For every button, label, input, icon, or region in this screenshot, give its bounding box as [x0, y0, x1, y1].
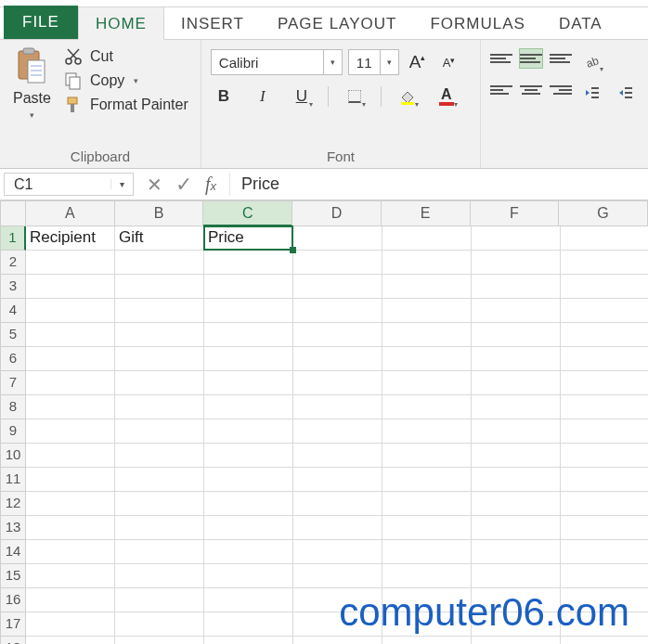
cell-F8[interactable] [472, 395, 561, 419]
cell-E3[interactable] [382, 275, 472, 299]
cell-A3[interactable] [26, 275, 115, 299]
row-header-5[interactable]: 5 [0, 323, 26, 347]
cell-G2[interactable] [561, 251, 648, 275]
row-header-11[interactable]: 11 [0, 468, 26, 492]
cell-A16[interactable] [26, 588, 115, 612]
cell-C4[interactable] [204, 299, 293, 323]
cell-F13[interactable] [472, 516, 561, 540]
cell-F9[interactable] [472, 419, 561, 444]
cell-F6[interactable] [472, 347, 561, 371]
cell-F12[interactable] [472, 492, 561, 516]
cell-E7[interactable] [382, 371, 472, 395]
tab-data[interactable]: DATA [542, 7, 619, 39]
cell-E11[interactable] [382, 468, 472, 492]
cell-F14[interactable] [472, 540, 561, 564]
cell-C16[interactable] [204, 588, 293, 612]
bold-button[interactable]: B [211, 84, 237, 109]
cell-A7[interactable] [26, 371, 115, 395]
cell-G15[interactable] [561, 564, 648, 588]
cell-D1[interactable] [293, 226, 382, 251]
grow-font-button[interactable]: A▴ [405, 50, 431, 74]
cell-G4[interactable] [561, 299, 648, 323]
row-header-6[interactable]: 6 [0, 347, 26, 371]
cell-G8[interactable] [561, 395, 648, 419]
cell-B16[interactable] [115, 588, 204, 612]
tab-page-layout[interactable]: PAGE LAYOUT [261, 7, 413, 39]
cell-B4[interactable] [115, 299, 204, 323]
cell-B1[interactable]: Gift [115, 226, 204, 251]
cell-C9[interactable] [204, 419, 293, 444]
row-header-15[interactable]: 15 [0, 564, 26, 588]
cell-A2[interactable] [26, 251, 115, 275]
name-box[interactable]: C1 ▾ [4, 173, 134, 196]
row-header-18[interactable]: 18 [0, 637, 26, 644]
italic-button[interactable]: I [250, 84, 276, 109]
cell-E5[interactable] [382, 323, 472, 347]
cell-A13[interactable] [26, 516, 115, 540]
align-middle-button[interactable] [520, 49, 542, 68]
cell-A5[interactable] [26, 323, 115, 347]
cell-D12[interactable] [293, 492, 382, 516]
cell-D9[interactable] [293, 419, 382, 444]
cell-G12[interactable] [561, 492, 648, 516]
cell-E14[interactable] [382, 540, 472, 564]
border-button[interactable] [342, 84, 368, 109]
cell-E4[interactable] [382, 299, 472, 323]
cell-B13[interactable] [115, 516, 204, 540]
fill-color-button[interactable] [395, 84, 421, 109]
cell-F2[interactable] [472, 251, 561, 275]
cell-B7[interactable] [115, 371, 204, 395]
tab-home[interactable]: HOME [78, 6, 164, 40]
cell-B15[interactable] [115, 564, 204, 588]
cell-D15[interactable] [293, 564, 382, 588]
increase-indent-button[interactable] [613, 81, 639, 105]
cell-A11[interactable] [26, 468, 115, 492]
cell-A9[interactable] [26, 419, 115, 444]
cell-A12[interactable] [26, 492, 115, 516]
cell-C13[interactable] [204, 516, 293, 540]
cell-F15[interactable] [472, 564, 561, 588]
cell-G13[interactable] [561, 516, 648, 540]
cell-B14[interactable] [115, 540, 204, 564]
cell-F5[interactable] [472, 323, 561, 347]
cell-D18[interactable] [293, 637, 382, 644]
cell-B12[interactable] [115, 492, 204, 516]
cell-E9[interactable] [382, 419, 472, 444]
column-header-F[interactable]: F [471, 200, 560, 226]
cell-C5[interactable] [204, 323, 293, 347]
row-header-10[interactable]: 10 [0, 444, 26, 468]
cell-A4[interactable] [26, 299, 115, 323]
tab-file[interactable]: FILE [4, 6, 78, 39]
cell-E15[interactable] [382, 564, 472, 588]
cell-C2[interactable] [204, 251, 293, 275]
column-header-D[interactable]: D [292, 200, 382, 226]
paste-button[interactable]: Paste ▾ [9, 45, 55, 122]
row-header-1[interactable]: 1 [0, 226, 26, 251]
cell-B11[interactable] [115, 468, 204, 492]
cell-D10[interactable] [293, 444, 382, 468]
cell-A14[interactable] [26, 540, 115, 564]
cell-F18[interactable] [472, 637, 561, 644]
cell-E2[interactable] [382, 251, 472, 275]
cell-F4[interactable] [472, 299, 561, 323]
row-header-9[interactable]: 9 [0, 419, 26, 444]
font-size-combo[interactable]: 11 ▾ [348, 49, 399, 75]
enter-formula-button[interactable]: ✓ [175, 173, 192, 197]
cell-B9[interactable] [115, 419, 204, 444]
cell-G14[interactable] [561, 540, 648, 564]
row-header-12[interactable]: 12 [0, 492, 26, 516]
row-header-17[interactable]: 17 [0, 612, 26, 637]
cell-E18[interactable] [382, 637, 472, 644]
cell-D7[interactable] [293, 371, 382, 395]
cell-G7[interactable] [561, 371, 648, 395]
cell-A1[interactable]: Recipient [26, 226, 115, 251]
cell-E1[interactable] [382, 226, 472, 251]
cell-G6[interactable] [561, 347, 648, 371]
align-bottom-button[interactable] [550, 49, 572, 68]
insert-function-button[interactable]: fx [205, 174, 216, 195]
row-header-3[interactable]: 3 [0, 275, 26, 299]
cell-A8[interactable] [26, 395, 115, 419]
cell-C7[interactable] [204, 371, 293, 395]
cell-C11[interactable] [204, 468, 293, 492]
row-header-14[interactable]: 14 [0, 540, 26, 564]
